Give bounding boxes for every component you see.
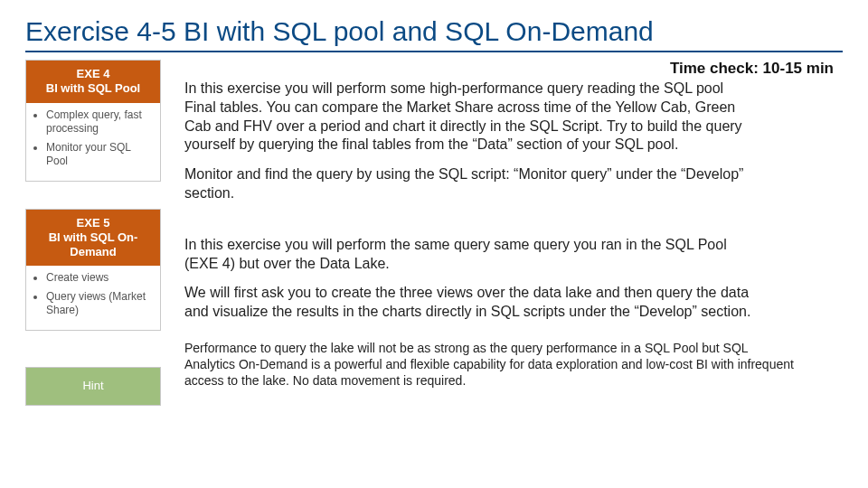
paragraph-performance-note: Performance to query the lake will not b…	[184, 340, 799, 389]
list-item: Monitor your SQL Pool	[46, 141, 155, 168]
card-exe5-body: Create views Query views (Market Share)	[26, 266, 160, 330]
paragraph-exe4-monitor: Monitor and find the query by using the …	[184, 165, 754, 203]
title-underline	[25, 51, 843, 52]
list-item: Create views	[46, 271, 155, 285]
content-row: EXE 4 BI with SQL Pool Complex query, fa…	[25, 60, 843, 406]
spacer	[25, 334, 161, 363]
sidebar: EXE 4 BI with SQL Pool Complex query, fa…	[25, 60, 161, 406]
list-item: Query views (Market Share)	[46, 290, 155, 317]
card-exe4: EXE 4 BI with SQL Pool Complex query, fa…	[25, 60, 161, 182]
paragraph-exe4-intro: In this exercise you will perform some h…	[184, 80, 754, 155]
card-exe5-line1: EXE 5	[32, 216, 155, 230]
card-exe4-head: EXE 4 BI with SQL Pool	[26, 61, 160, 103]
main-column: Time check: 10-15 min In this exercise y…	[184, 60, 843, 406]
list-item: Complex query, fast processing	[46, 108, 155, 136]
paragraph-exe5-views: We will first ask you to create the thre…	[184, 284, 754, 322]
card-exe5-line2: BI with SQL On-Demand	[32, 230, 155, 260]
card-hint: Hint	[25, 367, 161, 405]
paragraph-exe5-intro: In this exercise you will perform the sa…	[184, 236, 754, 274]
slide-page: Exercise 4-5 BI with SQL pool and SQL On…	[0, 0, 868, 415]
time-check: Time check: 10-15 min	[184, 60, 839, 78]
card-exe4-line2: BI with SQL Pool	[32, 81, 155, 96]
card-exe5-head: EXE 5 BI with SQL On-Demand	[26, 210, 160, 267]
card-hint-head: Hint	[26, 368, 160, 404]
page-title: Exercise 4-5 BI with SQL pool and SQL On…	[25, 16, 843, 47]
card-exe5: EXE 5 BI with SQL On-Demand Create views…	[25, 209, 161, 332]
spacer	[184, 214, 839, 236]
card-exe4-body: Complex query, fast processing Monitor y…	[26, 103, 160, 181]
spacer	[25, 185, 161, 205]
card-exe4-line1: EXE 4	[32, 67, 155, 81]
